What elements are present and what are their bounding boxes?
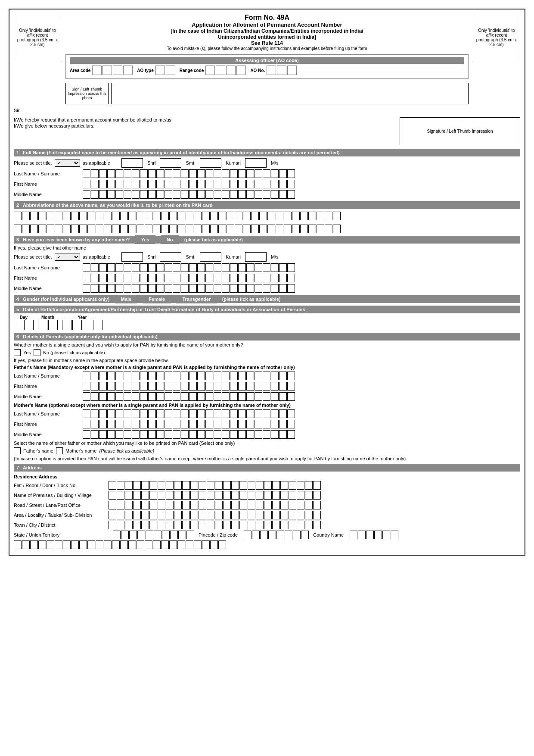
s6-m-last-box-25[interactable] bbox=[287, 409, 295, 418]
s7-road-box-12[interactable] bbox=[207, 501, 214, 509]
abbr-row-1-box-3[interactable] bbox=[38, 212, 46, 220]
s6-m-middle-box-9[interactable] bbox=[156, 430, 164, 439]
char-box-22[interactable] bbox=[263, 190, 270, 199]
abbr-row-2-box-3[interactable] bbox=[38, 225, 46, 233]
abbr-row-1-box-23[interactable] bbox=[202, 212, 210, 220]
s7-premises-box-21[interactable] bbox=[280, 491, 288, 500]
s7-state-boxes[interactable] bbox=[113, 531, 194, 539]
s7-state-left-box-2[interactable] bbox=[129, 531, 137, 539]
s6-f-first-box-20[interactable] bbox=[246, 382, 254, 390]
s3-first-box-14[interactable] bbox=[197, 274, 205, 282]
s6-m-first-box-21[interactable] bbox=[255, 420, 262, 428]
ao-type-box-1[interactable] bbox=[155, 66, 165, 75]
abbr-row-2-box-36[interactable] bbox=[308, 225, 316, 233]
s3-last-box-22[interactable] bbox=[263, 263, 270, 272]
s7-road-box-17[interactable] bbox=[248, 501, 255, 509]
s7-country-box-1[interactable] bbox=[358, 531, 366, 539]
s6-f-middle-box-0[interactable] bbox=[83, 392, 90, 401]
s6-f-first-box-6[interactable] bbox=[132, 382, 140, 390]
char-box-4[interactable] bbox=[115, 190, 123, 199]
s7-country-extra-box-0[interactable] bbox=[14, 540, 22, 549]
s3-middle-box-24[interactable] bbox=[279, 284, 287, 293]
char-box-20[interactable] bbox=[246, 180, 254, 188]
s3-last-box-20[interactable] bbox=[246, 263, 254, 272]
s7-pincode-box-6[interactable] bbox=[293, 531, 301, 539]
s6-f-middle-box-8[interactable] bbox=[148, 392, 156, 401]
s7-road-box-11[interactable] bbox=[199, 501, 206, 509]
abbr-row-1-box-1[interactable] bbox=[22, 212, 30, 220]
s6-m-first-box-15[interactable] bbox=[205, 420, 213, 428]
s7-country-boxes[interactable] bbox=[350, 531, 398, 539]
char-box-7[interactable] bbox=[140, 190, 148, 199]
s7-area-box-22[interactable] bbox=[289, 511, 296, 519]
s6-f-first-box-9[interactable] bbox=[156, 382, 164, 390]
s1-last-name-box[interactable] bbox=[189, 169, 197, 178]
s7-area-box-24[interactable] bbox=[305, 511, 313, 519]
s7-flat-box-20[interactable] bbox=[272, 481, 280, 490]
s3-last-box-3[interactable] bbox=[107, 263, 115, 272]
abbr-row-2-box-32[interactable] bbox=[276, 225, 283, 233]
s7-road-box-14[interactable] bbox=[223, 501, 231, 509]
s6-f-middle-box-3[interactable] bbox=[107, 392, 115, 401]
s7-pincode-box-1[interactable] bbox=[252, 531, 260, 539]
s7-flat-box-19[interactable] bbox=[264, 481, 272, 490]
s3-middle-box-6[interactable] bbox=[132, 284, 140, 293]
abbr-row-2-box-15[interactable] bbox=[137, 225, 144, 233]
s3-first-box-23[interactable] bbox=[271, 274, 279, 282]
s6-m-middle-box-0[interactable] bbox=[83, 430, 90, 439]
abbr-row-2-box-23[interactable] bbox=[202, 225, 210, 233]
s6-m-middle-box-15[interactable] bbox=[205, 430, 213, 439]
s7-country-extra-box-13[interactable] bbox=[120, 540, 128, 549]
s6-f-last-box-11[interactable] bbox=[173, 372, 180, 380]
s7-country-extra-box-11[interactable] bbox=[104, 540, 112, 549]
abbr-row-1-box-39[interactable] bbox=[333, 212, 341, 220]
s3-last-box-25[interactable] bbox=[287, 263, 295, 272]
abbr-row-1-box-7[interactable] bbox=[71, 212, 79, 220]
s6-m-middle-box-23[interactable] bbox=[271, 430, 279, 439]
char-box-1[interactable] bbox=[91, 190, 99, 199]
s7-flat-box-24[interactable] bbox=[305, 481, 313, 490]
s6-f-first-box-11[interactable] bbox=[173, 382, 180, 390]
s7-country-extra-box-2[interactable] bbox=[30, 540, 38, 549]
s7-country-extra-box-7[interactable] bbox=[71, 540, 79, 549]
s7-pincode-box-4[interactable] bbox=[276, 531, 284, 539]
abbr-row-1-box-4[interactable] bbox=[47, 212, 54, 220]
char-box-2[interactable] bbox=[99, 190, 107, 199]
s7-premises-box-9[interactable] bbox=[182, 491, 190, 500]
s6-m-middle-box-4[interactable] bbox=[115, 430, 123, 439]
s7-premises-box-7[interactable] bbox=[166, 491, 174, 500]
s7-road-box-7[interactable] bbox=[166, 501, 174, 509]
s3-middle-box-1[interactable] bbox=[91, 284, 99, 293]
s6-f-first-box-18[interactable] bbox=[230, 382, 238, 390]
char-box-11[interactable] bbox=[173, 190, 180, 199]
s6-m-first-box-7[interactable] bbox=[140, 420, 148, 428]
s7-road-box-6[interactable] bbox=[158, 501, 165, 509]
s7-town-box-19[interactable] bbox=[264, 521, 272, 529]
s7-area-box-12[interactable] bbox=[207, 511, 214, 519]
ao-no-box-3[interactable] bbox=[287, 66, 297, 75]
s6-f-last-box-8[interactable] bbox=[148, 372, 156, 380]
sign-thumb-input-area[interactable] bbox=[111, 83, 469, 104]
s7-country-extra-box-22[interactable] bbox=[194, 540, 202, 549]
s7-country-extra-box-16[interactable] bbox=[145, 540, 152, 549]
s3-first-box-2[interactable] bbox=[99, 274, 107, 282]
abbr-row-1-box-20[interactable] bbox=[177, 212, 185, 220]
s7-premises-box-4[interactable] bbox=[141, 491, 149, 500]
s6-m-first-box-24[interactable] bbox=[279, 420, 287, 428]
s3-last-box-8[interactable] bbox=[148, 263, 156, 272]
s6-m-middle-box-7[interactable] bbox=[140, 430, 148, 439]
s7-premises-box-19[interactable] bbox=[264, 491, 272, 500]
s7-area-box-9[interactable] bbox=[182, 511, 190, 519]
abbr-row-2-box-13[interactable] bbox=[120, 225, 128, 233]
abbr-row-2-box-14[interactable] bbox=[128, 225, 136, 233]
s3-last-box-16[interactable] bbox=[214, 263, 221, 272]
s3-last-box-15[interactable] bbox=[205, 263, 213, 272]
s7-country-extra-box-19[interactable] bbox=[169, 540, 177, 549]
s7-flat-box-25[interactable] bbox=[313, 481, 321, 490]
s7-area-box-15[interactable] bbox=[231, 511, 239, 519]
s1-last-name-box[interactable] bbox=[255, 169, 262, 178]
s7-flat-box-8[interactable] bbox=[174, 481, 182, 490]
s7-area-box-14[interactable] bbox=[223, 511, 231, 519]
s6-f-middle-box-16[interactable] bbox=[214, 392, 221, 401]
s6-m-first-box-17[interactable] bbox=[222, 420, 230, 428]
